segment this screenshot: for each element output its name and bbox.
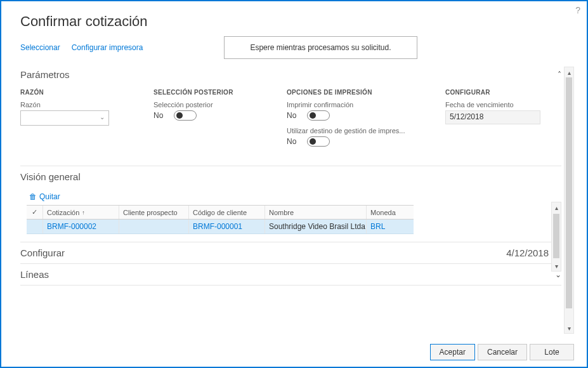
later-selection-toggle[interactable] — [174, 110, 197, 121]
configure-section-heading: Configurar — [20, 247, 65, 258]
use-dest-label: Utilizar destino de gestión de impres... — [287, 127, 414, 135]
row-checkbox[interactable] — [27, 220, 43, 233]
dialog-window: ? Confirmar cotización Seleccionar Confi… — [0, 0, 588, 368]
scroll-thumb[interactable] — [566, 77, 572, 308]
later-selection-head: SELECCIÓN POSTERIOR — [154, 89, 255, 96]
print-confirm-value: No — [287, 111, 301, 120]
configure-section-date: 4/12/2018 — [506, 247, 549, 258]
divider — [20, 285, 561, 286]
col-name[interactable]: Nombre — [265, 206, 367, 219]
config-printer-link[interactable]: Configurar impresora — [72, 43, 143, 52]
page-title: Confirmar cotización — [20, 13, 574, 30]
scroll-up-icon[interactable]: ▴ — [565, 67, 573, 77]
divider — [20, 166, 561, 166]
ok-button[interactable]: Aceptar — [430, 344, 475, 360]
chevron-down-icon: ⌄ — [100, 114, 105, 121]
print-options-head: OPCIONES DE IMPRESIÓN — [287, 89, 414, 96]
configure-column: CONFIGURAR Fecha de vencimiento 5/12/201… — [445, 89, 547, 153]
later-selection-column: SELECCIÓN POSTERIOR Selección posterior … — [154, 89, 255, 153]
lines-section-header[interactable]: Líneas ⌄ — [20, 265, 561, 284]
scroll-down-icon[interactable]: ▾ — [565, 323, 573, 333]
cell-currency[interactable]: BRL — [367, 220, 414, 233]
parameters-heading: Parámetros — [20, 69, 70, 80]
grid-header-row: ✓ Cotización ↑ Cliente prospecto Código … — [27, 205, 414, 220]
overview-scrollbar[interactable]: ▴ ▾ — [551, 202, 561, 272]
col-prospect[interactable]: Cliente prospecto — [119, 206, 189, 219]
print-confirm-label: Imprimir confirmación — [287, 101, 414, 108]
due-date-label: Fecha de vencimiento — [445, 101, 547, 108]
reason-select[interactable]: ⌄ — [20, 110, 109, 126]
col-customer-code[interactable]: Código de cliente — [189, 206, 265, 219]
footer-buttons: Aceptar Cancelar Lote — [430, 344, 574, 360]
remove-button[interactable]: 🗑 Quitar — [29, 192, 561, 201]
configure-head: CONFIGURAR — [445, 89, 547, 96]
cancel-button[interactable]: Cancelar — [478, 344, 527, 360]
status-message: Espere mientras procesamos su solicitud. — [224, 36, 417, 59]
reason-head: RAZÓN — [20, 89, 122, 96]
reason-column: RAZÓN Razón ⌄ — [20, 89, 122, 153]
help-icon[interactable]: ? — [575, 5, 580, 15]
select-all-header[interactable]: ✓ — [27, 206, 43, 219]
print-options-column: OPCIONES DE IMPRESIÓN Imprimir confirmac… — [287, 89, 414, 153]
col-currency[interactable]: Moneda — [367, 206, 414, 219]
overview-heading: Visión general — [20, 171, 81, 182]
trash-icon: 🗑 — [29, 192, 37, 201]
cell-name: Southridge Video Brasil Ltda — [265, 220, 367, 233]
sort-asc-icon: ↑ — [82, 209, 85, 216]
toolbar: Seleccionar Configurar impresora Espere … — [20, 36, 574, 59]
use-dest-value: No — [287, 137, 301, 146]
later-selection-label: Selección posterior — [154, 101, 255, 108]
remove-label: Quitar — [39, 192, 60, 201]
parameters-header[interactable]: Parámetros ˄ — [20, 65, 561, 84]
scroll-thumb[interactable] — [553, 214, 559, 258]
configure-section-header[interactable]: Configurar 4/12/2018 ⌄ — [20, 244, 561, 262]
print-confirm-toggle[interactable] — [307, 110, 330, 121]
cell-prospect — [119, 220, 189, 233]
col-quotation-label: Cotización — [47, 209, 79, 216]
reason-label: Razón — [20, 101, 122, 108]
later-selection-value: No — [154, 111, 167, 120]
divider — [20, 242, 561, 242]
col-quotation[interactable]: Cotización ↑ — [43, 206, 119, 219]
parameters-body: RAZÓN Razón ⌄ SELECCIÓN POSTERIOR Selecc… — [20, 84, 561, 164]
select-link[interactable]: Seleccionar — [20, 43, 60, 52]
scroll-up-icon[interactable]: ▴ — [552, 202, 561, 213]
chevron-up-icon[interactable]: ˄ — [558, 70, 561, 79]
main-scroll-area: Parámetros ˄ RAZÓN Razón ⌄ SELECCIÓN POS… — [20, 65, 574, 335]
table-row[interactable]: BRMF-000002 BRMF-000001 Southridge Video… — [27, 220, 414, 234]
divider — [20, 263, 561, 264]
lines-section-heading: Líneas — [20, 269, 49, 280]
overview-header[interactable]: Visión general — [20, 168, 561, 186]
cell-customer-code[interactable]: BRMF-000001 — [189, 220, 265, 233]
use-dest-toggle[interactable] — [307, 136, 330, 147]
scroll-down-icon[interactable]: ▾ — [552, 261, 561, 271]
overview-grid: ✓ Cotización ↑ Cliente prospecto Código … — [27, 205, 414, 234]
main-scrollbar[interactable]: ▴ ▾ — [564, 67, 574, 334]
overview-body: 🗑 Quitar ✓ Cotización ↑ Cliente prospect… — [20, 186, 561, 240]
cell-quotation[interactable]: BRMF-000002 — [43, 220, 119, 233]
due-date-input[interactable]: 5/12/2018 — [445, 110, 540, 124]
batch-button[interactable]: Lote — [530, 344, 574, 360]
